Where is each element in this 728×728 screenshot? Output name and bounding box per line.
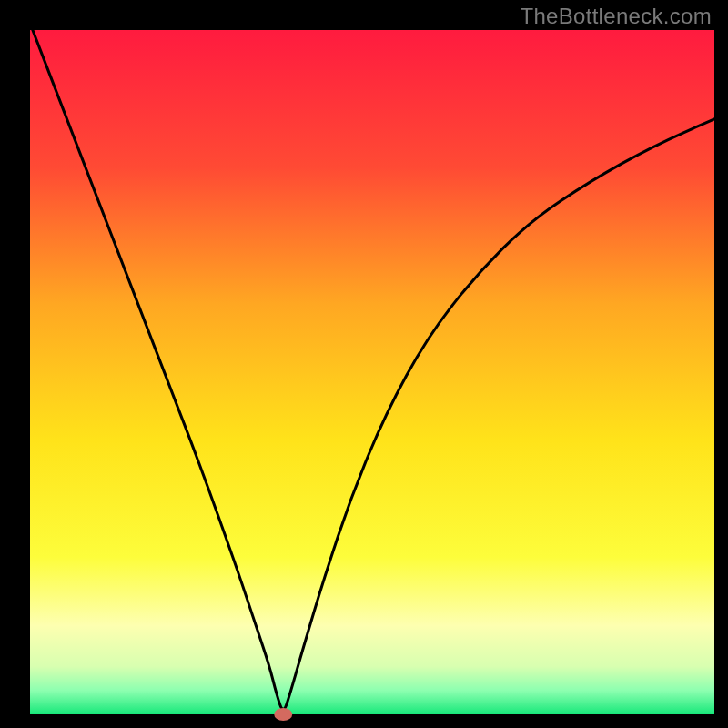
watermark-text: TheBottleneck.com xyxy=(520,4,712,29)
chart-frame: TheBottleneck.com xyxy=(0,0,728,728)
minimum-marker xyxy=(274,708,292,721)
bottleneck-chart xyxy=(0,0,728,728)
plot-background xyxy=(30,30,714,714)
